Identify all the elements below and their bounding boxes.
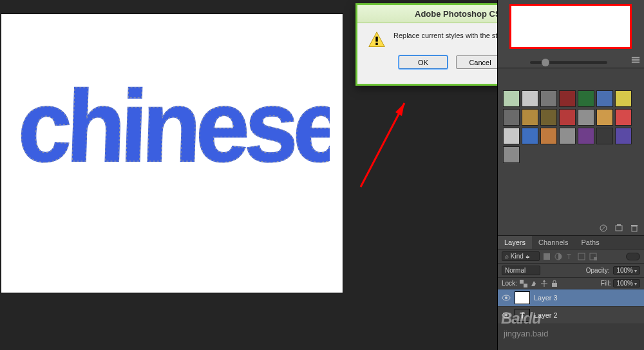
opacity-label: Opacity: — [586, 267, 610, 274]
svg-rect-16 — [616, 226, 622, 231]
style-swatch[interactable] — [578, 109, 594, 126]
style-swatch[interactable] — [615, 109, 632, 126]
annotation-arrow — [348, 90, 419, 193]
tab-paths[interactable]: Paths — [575, 236, 606, 249]
svg-rect-18 — [632, 226, 637, 231]
svg-rect-23 — [578, 253, 585, 260]
lock-pixels-icon[interactable] — [530, 280, 538, 287]
svg-rect-6 — [375, 43, 378, 45]
style-swatch[interactable] — [540, 109, 557, 126]
filter-pixel-icon[interactable] — [542, 252, 551, 261]
svg-text:chinese: chinese — [21, 70, 330, 183]
svg-rect-9 — [632, 62, 639, 63]
svg-rect-20 — [544, 253, 550, 260]
svg-rect-17 — [617, 224, 621, 226]
svg-line-2 — [361, 103, 404, 187]
style-swatch[interactable] — [503, 146, 520, 163]
style-swatch[interactable] — [596, 128, 613, 144]
style-swatch[interactable] — [540, 90, 557, 107]
layer-row[interactable]: Layer 3 — [498, 289, 644, 307]
opacity-value[interactable]: 100% — [613, 266, 640, 275]
svg-line-15 — [601, 226, 606, 231]
no-style-icon[interactable] — [599, 224, 608, 233]
lock-all-icon[interactable] — [551, 280, 558, 287]
fill-value[interactable]: 100% — [613, 279, 640, 287]
panel-tabs: Layers Channels Paths — [498, 236, 644, 249]
kind-filter-select[interactable]: ⌕ Kind ≑ — [502, 251, 540, 261]
style-swatch[interactable] — [596, 90, 613, 107]
fill-label: Fill: — [601, 280, 611, 287]
filter-adjustment-icon[interactable] — [554, 252, 563, 261]
navigator-panel — [498, 0, 644, 68]
styles-panel — [498, 68, 644, 236]
style-swatch[interactable] — [615, 90, 632, 107]
svg-rect-7 — [632, 57, 639, 59]
artwork-selection[interactable]: chinese chinese — [21, 53, 330, 195]
style-swatch[interactable] — [559, 90, 576, 107]
style-swatch[interactable] — [522, 109, 538, 126]
search-glyph: ⌕ — [505, 253, 509, 260]
style-swatch[interactable] — [503, 128, 520, 144]
styles-swatch-grid — [503, 90, 639, 163]
svg-point-31 — [505, 297, 507, 299]
lock-transparency-icon[interactable] — [520, 280, 527, 287]
kind-label: Kind — [511, 253, 524, 260]
warning-icon — [368, 31, 386, 49]
svg-marker-3 — [395, 103, 404, 116]
style-swatch[interactable] — [596, 109, 613, 126]
lock-position-icon[interactable] — [540, 280, 548, 287]
tab-channels[interactable]: Channels — [532, 236, 574, 249]
style-swatch[interactable] — [578, 128, 594, 144]
style-swatch[interactable] — [522, 128, 538, 144]
watermark-sub: jingyan.baid — [504, 329, 548, 338]
filter-toggle[interactable] — [626, 253, 640, 260]
new-style-icon[interactable] — [614, 224, 623, 233]
style-swatch[interactable] — [503, 90, 520, 107]
svg-rect-26 — [520, 280, 524, 284]
zoom-slider[interactable] — [530, 61, 607, 64]
style-swatch[interactable] — [503, 109, 520, 126]
layer-name: Layer 3 — [534, 294, 558, 302]
delete-style-icon[interactable] — [630, 224, 639, 233]
style-swatch[interactable] — [522, 90, 538, 107]
visibility-icon[interactable] — [502, 293, 511, 302]
layer-thumbnail — [515, 291, 530, 304]
svg-rect-27 — [524, 284, 527, 287]
svg-rect-5 — [375, 37, 378, 42]
svg-rect-25 — [594, 257, 597, 260]
style-swatch[interactable] — [559, 128, 576, 144]
svg-rect-8 — [632, 59, 639, 61]
svg-rect-19 — [631, 225, 638, 226]
tab-layers[interactable]: Layers — [498, 236, 532, 249]
navigator-thumbnail[interactable] — [509, 4, 632, 49]
filter-type-icon[interactable]: T — [565, 252, 574, 261]
document-canvas[interactable]: chinese chinese — [1, 14, 343, 293]
filter-smartobject-icon[interactable] — [589, 252, 598, 261]
blend-mode-select[interactable]: Normal — [502, 266, 540, 275]
svg-marker-28 — [543, 280, 545, 282]
lock-label: Lock: — [502, 280, 517, 287]
watermark-logo: Baidu — [501, 309, 541, 327]
panel-menu-icon[interactable] — [631, 55, 640, 64]
right-panel-group: Layers Channels Paths ⌕ Kind ≑ T Normal … — [497, 0, 644, 350]
style-swatch[interactable] — [540, 128, 557, 144]
filter-shape-icon[interactable] — [577, 252, 586, 261]
style-swatch[interactable] — [615, 128, 632, 144]
svg-rect-29 — [552, 283, 557, 287]
style-swatch[interactable] — [578, 90, 594, 107]
style-swatch[interactable] — [559, 109, 576, 126]
svg-text:T: T — [567, 253, 571, 260]
ok-button[interactable]: OK — [399, 55, 448, 69]
